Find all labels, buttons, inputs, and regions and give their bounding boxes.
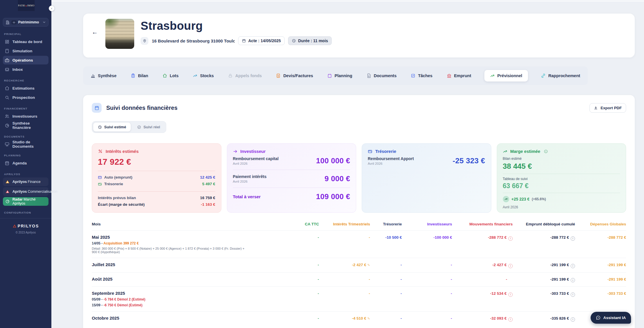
sidebar-collapse-button[interactable]: ‹ — [49, 5, 55, 11]
cell-emprunt: -303 733 €i — [513, 287, 575, 312]
tab-previsionnel[interactable]: Prévisionnel — [484, 70, 528, 81]
sidebar-item-prospection[interactable]: Prospection — [3, 93, 48, 102]
sidebar-item-agenda[interactable]: Agenda — [3, 159, 48, 167]
info-icon[interactable] — [544, 149, 548, 153]
col-header-ca-ttc: CA TTC — [248, 222, 319, 231]
duree-badge: Durée : 11 mois — [288, 36, 332, 45]
nav-section-label: RECHERCHE — [4, 79, 51, 82]
card-row: Remboursement capitalAvril 2026 100 000 … — [233, 154, 350, 168]
card-title: Investisseur — [240, 149, 266, 154]
card-title: Intérêts estimés — [106, 149, 139, 154]
cell-interets: - — [319, 272, 370, 287]
cell-mouvements: -32 093 €i — [452, 312, 513, 326]
export-pdf-button[interactable]: Export PDF — [589, 103, 626, 113]
tab-planning[interactable]: Planning — [326, 71, 353, 81]
sidebar-item-estimations[interactable]: Estimations — [3, 84, 48, 92]
info-icon[interactable]: i — [571, 317, 575, 322]
dashboard-grid-icon — [5, 39, 10, 44]
tab-devis-factures[interactable]: $ Devis/Factures — [275, 71, 314, 81]
sidebar-item-investisseurs[interactable]: Investisseurs — [3, 112, 48, 121]
table-header-row: Mois CA TTC Intérêts Trimestriels Trésor… — [92, 222, 626, 231]
tab-rapprochement[interactable]: Rapprochement — [540, 71, 581, 81]
sidebar-item-studio-de-documents[interactable]: Studio de Documents — [3, 140, 48, 149]
divider — [503, 174, 620, 174]
cell-emprunt: -288 772 €i — [513, 231, 575, 258]
home-icon — [163, 73, 167, 78]
info-icon[interactable]: i — [571, 278, 575, 282]
card-row: Intérêts prévus bilan 16 759 € — [98, 194, 215, 201]
cell-ca-ttc: - — [248, 258, 319, 273]
cell-ca-ttc: - — [248, 231, 319, 258]
sidebar-item-simulation[interactable]: Simulation — [3, 47, 48, 55]
org-selector[interactable]: Patrimimmo — [3, 18, 48, 27]
bank-icon — [447, 73, 451, 78]
link-icon — [541, 73, 546, 78]
aprilyos-finance-logo-icon — [5, 179, 10, 184]
info-icon[interactable]: i — [571, 292, 575, 297]
cell-ca-ttc: - — [248, 312, 319, 326]
percent-icon — [98, 149, 103, 154]
cell-emprunt: -291 199 €i — [513, 258, 575, 273]
info-icon[interactable]: i — [508, 264, 513, 268]
tab-emprunt[interactable]: Emprunt — [446, 71, 473, 81]
sidebar-item-radar-marche-aprilyos[interactable]: RadarMarché Aprilyos — [3, 197, 48, 206]
section-title: Suivi données financières — [106, 105, 178, 111]
cell-ca-ttc: - — [248, 287, 319, 312]
nav-section-label: APRILYOS — [4, 173, 51, 176]
edit-icon[interactable]: ✎ — [367, 263, 370, 267]
divider — [233, 170, 350, 170]
sidebar-item-label: Inbox — [12, 67, 23, 72]
sidebar-item-synthese-financiere[interactable]: Synthèse financière — [3, 121, 48, 130]
sidebar-item-tableau-de-bord[interactable]: Tableau de bord — [3, 37, 48, 46]
bilan-estime-label: Bilan estimé — [503, 157, 620, 161]
cell-investisseurs: - — [402, 312, 452, 326]
tab-documents[interactable]: Documents — [365, 71, 398, 81]
sidebar-item-inbox[interactable]: Inbox — [3, 65, 48, 74]
tab-taches[interactable]: Tâches — [410, 71, 434, 81]
calendar-icon — [92, 103, 102, 113]
toggle-suivi-estime[interactable]: Suivi estimé — [93, 123, 131, 131]
property-photo — [105, 19, 134, 49]
financial-tracking-section: Suivi données financières Export PDF Sui… — [83, 95, 635, 328]
page-title: Strasbourg — [141, 19, 332, 32]
info-icon[interactable]: i — [508, 292, 513, 297]
cell-mouvements: -12 534 €i — [452, 287, 513, 312]
sidebar-item-operations[interactable]: Opérations — [3, 56, 48, 64]
month-label: Octobre 2025 — [92, 316, 248, 320]
card-title: Trésorerie — [375, 149, 396, 154]
sidebar-item-label: Studio de Documents — [12, 140, 47, 149]
sidebar-item-aprilyos-finance[interactable]: AprilyosFinance — [3, 177, 48, 186]
info-icon[interactable]: i — [571, 236, 575, 241]
table-row-septembre-2025: Septembre 2025 05/09 - -5 784 € Démol 2 … — [92, 287, 626, 312]
col-header-mouvements-financiers: Mouvements financiers — [452, 222, 513, 231]
cell-tresorerie: - — [370, 258, 402, 273]
col-header-tresorerie: Trésorerie — [370, 222, 402, 231]
clipboard-icon — [131, 73, 135, 78]
info-icon[interactable]: i — [508, 317, 513, 322]
card-row: Auto (emprunt) 12 425 € — [98, 174, 215, 181]
nav-section-label: CONFIGURATION — [4, 211, 51, 214]
tab-synthese[interactable]: Synthèse — [89, 71, 117, 81]
col-header-investisseurs: Investisseurs — [402, 222, 452, 231]
cell-emprunt: -291 199 €i — [513, 272, 575, 287]
assistant-ia-button[interactable]: ? Assistant IA — [591, 312, 631, 324]
tab-bilan[interactable]: Bilan — [130, 71, 149, 81]
cell-investisseurs: -100 000 € — [402, 231, 452, 258]
sidebar-item-aprilyos-commercialisation[interactable]: AprilyosCommercialisation — [3, 187, 48, 196]
toggle-suivi-reel[interactable]: Suivi réel — [132, 123, 165, 131]
tab-appels-fonds[interactable]: Appels fonds — [227, 71, 263, 81]
cell-mouvements: -288 772 €i — [452, 231, 513, 258]
tab-stocks[interactable]: Stocks — [192, 71, 215, 81]
edit-icon[interactable]: ✎ — [367, 317, 370, 320]
property-header-card: ← Strasbourg 16 Boulevard de Strasbourg … — [83, 14, 635, 58]
info-icon[interactable]: i — [508, 236, 513, 241]
tab-lots[interactable]: Lots — [161, 71, 180, 81]
back-button[interactable]: ← — [91, 27, 99, 37]
info-icon[interactable]: i — [571, 264, 575, 268]
summary-cards: Intérêts estimés 17 922 € Auto (emprunt)… — [92, 143, 626, 213]
main-content: ← Strasbourg 16 Boulevard de Strasbourg … — [51, 0, 644, 328]
sidebar: PATRI◆IMMO ‹ Patrimimmo PRINCIPAL Tablea… — [0, 0, 51, 328]
cell-tresorerie: - — [370, 287, 402, 312]
event-line: 14/05 - Acquisition 399 272 € — [92, 241, 248, 245]
aprilyos-triangle-icon — [12, 224, 17, 228]
